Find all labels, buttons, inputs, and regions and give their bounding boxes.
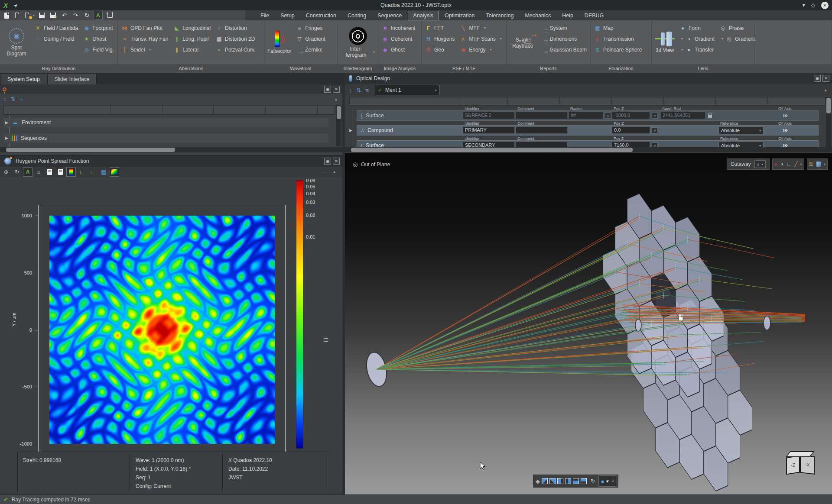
transmission-button[interactable]: ┼Transmission xyxy=(594,33,642,44)
3d-viewport[interactable]: ◎ Out of Plane Cutaway ▯▾ ≡ ◑ ∟ ╱▾ ⚿ ▾ ◆… xyxy=(345,153,832,494)
expand-arrow-icon[interactable]: ▶ xyxy=(5,136,8,140)
energy-button[interactable]: ◉Energy▾ xyxy=(460,44,501,55)
merit-dropdown[interactable]: ✓ Merit 1 ▾ xyxy=(375,85,440,95)
gaussian-beam-button[interactable]: Gaussian Beam xyxy=(541,44,587,55)
panel-close-button[interactable]: ✕ xyxy=(333,86,340,93)
energy-dropdown[interactable]: ▾ xyxy=(490,48,491,52)
apert-rad-field[interactable]: 2441.564351 xyxy=(660,112,705,119)
longitudinal-button[interactable]: ◣Longitudinal xyxy=(173,23,211,33)
single-raytrace-button[interactable]: → Single Raytrace xyxy=(507,22,538,64)
list-view-icon[interactable]: ≡ xyxy=(365,87,369,94)
collapse-panel-icon[interactable]: ▲ xyxy=(332,170,336,174)
list-view-icon[interactable]: ≡ xyxy=(20,96,23,102)
fit-view-button[interactable]: ◆ xyxy=(536,478,540,485)
menu-tolerancing[interactable]: Tolerancing xyxy=(481,11,518,20)
menu-mechanics[interactable]: Mechanics xyxy=(520,11,556,20)
fft-button[interactable]: FFFT xyxy=(425,23,455,33)
cube-face-z[interactable]: -Z xyxy=(786,455,800,475)
expand-arrow-icon[interactable]: ▶ xyxy=(5,120,8,125)
minor-ticks-toggle[interactable]: ∟ xyxy=(88,168,97,176)
view-front-button[interactable] xyxy=(542,478,548,484)
table-vertical-scrollbar[interactable] xyxy=(826,97,831,149)
home-view-icon[interactable]: ⌂ xyxy=(34,168,43,176)
transv-ray-fan-button[interactable]: ≈Transv. Ray Fan xyxy=(121,33,168,44)
3d-view-button[interactable]: 3d View xyxy=(653,22,677,64)
falsecolor-toggle[interactable] xyxy=(110,168,119,176)
collapse-panel-icon[interactable]: ▲ xyxy=(824,88,828,92)
refresh-icon[interactable]: ↻ xyxy=(13,168,21,176)
view-right-button[interactable] xyxy=(565,478,571,484)
lightbulb-icon[interactable] xyxy=(3,87,6,91)
dimensions-report-button[interactable]: Dimensions xyxy=(541,33,587,44)
minimize-button[interactable]: ▾ xyxy=(803,2,805,8)
close-button[interactable]: ✕ xyxy=(821,2,829,9)
radius-variable-toggle[interactable]: V xyxy=(605,113,611,119)
mtf-button[interactable]: ╲MTF▾ xyxy=(460,23,501,33)
save-as-button[interactable]: ✎ xyxy=(49,11,57,19)
system-report-button[interactable]: System xyxy=(541,23,587,33)
sort-icon[interactable]: ⇅ xyxy=(357,87,361,94)
pos-z-field[interactable]: 0.0 xyxy=(612,126,650,134)
export-report-button[interactable] xyxy=(56,168,65,176)
petzval-curv-button[interactable]: ◗Petzval Curv. xyxy=(216,44,255,55)
refresh-button[interactable]: ↻ xyxy=(83,11,91,19)
menu-file[interactable]: File xyxy=(256,11,274,20)
undo-button[interactable]: ↶ xyxy=(60,11,68,19)
ghost-button[interactable]: ★Ghost xyxy=(83,33,114,44)
distortion-2d-button[interactable]: ▦Distortion 2D xyxy=(216,33,255,44)
rays-toggle[interactable]: ≡ xyxy=(774,161,777,167)
open-file-button[interactable] xyxy=(14,11,22,19)
coherent-button[interactable]: ◉Coherent xyxy=(382,33,416,44)
auto-refresh-icon[interactable]: A xyxy=(23,168,32,176)
copy-button[interactable]: ▾ xyxy=(105,11,114,19)
expand-all-icon[interactable]: ↕ xyxy=(349,87,352,94)
distortion-button[interactable]: ≀Distortion xyxy=(216,23,255,33)
mtf-scans-button[interactable]: ∧MTF Scans▾ xyxy=(460,33,501,44)
view-back-button[interactable] xyxy=(549,478,556,484)
fringes-button[interactable]: ≡Fringes xyxy=(296,23,325,33)
config-field-button[interactable]: ∷Config / Field xyxy=(35,33,78,44)
footprint-button[interactable]: ◉Footprint xyxy=(83,23,114,33)
table-horizontal-scrollbar[interactable] xyxy=(345,147,832,152)
falsecolor-button[interactable]: )) Falsecolor xyxy=(265,22,293,64)
lens-phase-button[interactable]: ◎Phase xyxy=(720,23,755,33)
pos-z-field[interactable]: -1000.0 xyxy=(612,112,650,119)
view-top-button[interactable] xyxy=(573,478,579,484)
view-left-button[interactable] xyxy=(557,478,563,484)
field-vig-button[interactable]: ◎Field Vig. xyxy=(83,44,114,55)
seidel-dropdown[interactable]: ▾ xyxy=(149,48,151,52)
panel-close-button[interactable]: ✕ xyxy=(822,75,829,82)
ghost-image-button[interactable]: ◆Ghost xyxy=(382,44,416,55)
more-columns-icon[interactable]: ››› xyxy=(783,126,787,133)
menu-construction[interactable]: Construction xyxy=(301,11,341,20)
solid-view-dropdown[interactable]: ▾ xyxy=(816,161,826,167)
draw-style-dropdown[interactable]: ╱▾ xyxy=(795,161,802,167)
select-mode-dropdown[interactable]: ● ➤ ▾ xyxy=(599,476,616,486)
redo-button[interactable]: ↷ xyxy=(72,11,80,19)
save-button[interactable] xyxy=(38,11,46,19)
aperture-toggle[interactable]: ◑ xyxy=(780,161,783,167)
radius-field[interactable]: inf xyxy=(569,112,603,119)
interferogram-dropdown[interactable]: ▾ xyxy=(373,50,375,54)
tab-slider-interface[interactable]: Slider Interface xyxy=(47,74,97,84)
expand-all-icon[interactable]: ↕ xyxy=(3,96,6,102)
tab-system-setup[interactable]: System Setup xyxy=(0,74,47,84)
zernike-button[interactable]: Zernike xyxy=(296,44,325,55)
minimize-plot-icon[interactable]: – xyxy=(322,169,325,175)
opd-fan-plot-button[interactable]: ⋈OPD Fan Plot xyxy=(121,23,168,33)
geo-button[interactable]: GGeo xyxy=(425,44,455,55)
panel-maximize-button[interactable]: ▣ xyxy=(814,75,821,82)
menu-sequence[interactable]: Sequence xyxy=(373,11,406,20)
menu-optimization[interactable]: Optimization xyxy=(440,11,479,20)
tree-item-sequences[interactable]: ▶ Sequences xyxy=(3,133,328,143)
lens-transfer-button[interactable]: ▾●Transfer xyxy=(679,44,715,55)
expand-compound-icon[interactable]: ▶ xyxy=(349,128,352,132)
gradient-wavefront-button[interactable]: ▽Gradient xyxy=(296,33,325,44)
orbit-button[interactable]: ↻ xyxy=(588,477,597,485)
maximize-button[interactable]: ◇ xyxy=(811,2,815,8)
mtf-dropdown[interactable]: ▾ xyxy=(484,26,486,30)
psf-image[interactable] xyxy=(49,216,275,444)
phase-gradient-button[interactable]: ▾◎Gradient xyxy=(720,33,755,44)
reference-dropdown[interactable]: Absolute▾ xyxy=(718,126,764,134)
tree-horizontal-scrollbar[interactable] xyxy=(0,147,342,152)
